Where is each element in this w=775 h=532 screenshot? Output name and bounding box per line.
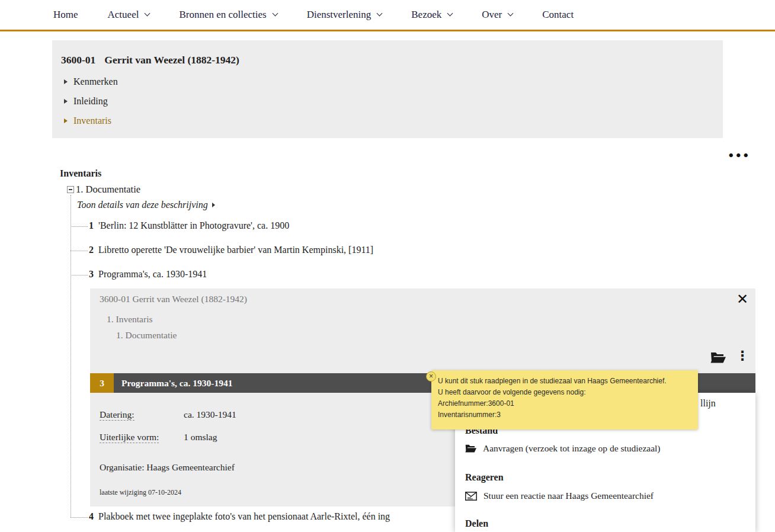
item-number: 4 xyxy=(89,511,94,522)
tree-stub-line xyxy=(71,517,88,518)
tooltip-line: Archiefnummer:3600-01 xyxy=(438,398,691,409)
nav-label: Actueel xyxy=(108,9,139,21)
triangle-right-icon xyxy=(64,99,68,104)
field-label-term[interactable]: Uiterlijke vorm: xyxy=(100,432,159,443)
nav-label: Contact xyxy=(542,9,574,21)
archive-code: 3600-01 xyxy=(61,54,95,66)
menu-item-partial[interactable]: llijn xyxy=(700,398,716,409)
field-label: Uiterlijke vorm: xyxy=(100,432,184,443)
nav-item-home[interactable]: Home xyxy=(53,9,78,21)
section-toggle-kenmerken[interactable]: Kenmerken xyxy=(64,76,118,87)
inventory-item-1[interactable]: 1 'Berlin: 12 Kunstblätter in Photogravu… xyxy=(89,220,289,231)
show-details-label: Toon details van deze beschrijving xyxy=(77,200,208,210)
menu-item-aanvragen[interactable]: Aanvragen (verzoek tot inzage op de stud… xyxy=(465,443,661,454)
item-label: Plakboek met twee ingeplakte foto's van … xyxy=(98,511,390,522)
item-number: 1 xyxy=(89,220,94,231)
tree-vertical-line xyxy=(71,195,71,517)
archive-title: 3600-01Gerrit van Weezel (1882-1942) xyxy=(61,54,239,66)
close-icon[interactable]: ✕ xyxy=(736,291,748,307)
overflow-menu-icon[interactable]: ••• xyxy=(728,149,750,162)
field-datering: Datering: ca. 1930-1941 xyxy=(100,409,236,420)
chevron-down-icon xyxy=(377,11,383,17)
triangle-right-icon xyxy=(64,79,68,84)
nav-label: Dienstverlening xyxy=(307,9,372,21)
archive-name: Gerrit van Weezel (1882-1942) xyxy=(104,54,239,66)
chevron-down-icon xyxy=(508,11,514,17)
breadcrumb-documentatie[interactable]: 1. Documentatie xyxy=(116,330,177,341)
chevron-down-icon xyxy=(145,11,150,17)
field-value: ca. 1930-1941 xyxy=(184,409,236,420)
menu-section-delen: Delen xyxy=(465,518,488,529)
nav-label: Home xyxy=(53,9,78,21)
last-modified: laatste wijziging 07-10-2024 xyxy=(100,488,181,497)
tooltip-line: U heeft daarvoor de volgende gegevens no… xyxy=(438,387,691,398)
nav-item-over[interactable]: Over xyxy=(482,9,513,21)
inventory-item-3[interactable]: 3 Programma's, ca. 1930-1941 xyxy=(89,269,207,280)
collapse-node-icon[interactable] xyxy=(67,186,74,193)
minus-glyph xyxy=(69,189,72,190)
tree-stub-line xyxy=(71,226,88,227)
menu-item-label: Aanvragen (verzoek tot inzage op de stud… xyxy=(483,443,661,454)
nav-label: Bronnen en collecties xyxy=(179,9,266,21)
chevron-down-icon xyxy=(447,11,453,17)
nav-item-actueel[interactable]: Actueel xyxy=(108,9,150,21)
show-details-link[interactable]: Toon details van deze beschrijving xyxy=(77,200,215,210)
field-label-term[interactable]: Datering: xyxy=(100,409,134,421)
tooltip-line: U kunt dit stuk raadplegen in de studiez… xyxy=(438,376,691,387)
menu-section-reageren: Reageren xyxy=(465,472,504,483)
item-number: 2 xyxy=(89,245,94,255)
tooltip-line: Inventarisnummer:3 xyxy=(438,409,691,421)
kebab-menu-icon[interactable]: ⋮ xyxy=(736,348,749,363)
item-number: 3 xyxy=(89,269,94,280)
main-nav: Home Actueel Bronnen en collecties Diens… xyxy=(0,0,775,31)
section-label: Kenmerken xyxy=(73,76,118,87)
section-label: Inleiding xyxy=(73,96,108,107)
studiezaal-tooltip: × U kunt dit stuk raadplegen in de studi… xyxy=(431,370,698,430)
tree-stub-line xyxy=(71,275,88,275)
folder-icon xyxy=(465,444,476,453)
folder-icon xyxy=(710,352,726,363)
tree-root-documentatie[interactable]: 1. Documentatie xyxy=(76,184,140,196)
nav-item-dienstverlening[interactable]: Dienstverlening xyxy=(307,9,382,21)
item-label: Programma's, ca. 1930-1941 xyxy=(98,269,207,280)
field-value: 1 omslag xyxy=(184,432,217,443)
item-label: Libretto operette 'De vrouwelijke barbie… xyxy=(98,245,373,255)
nav-label: Bezoek xyxy=(411,9,441,21)
request-folder-icon[interactable] xyxy=(710,352,726,366)
section-label: Inventaris xyxy=(73,116,111,126)
archive-header-panel: 3600-01Gerrit van Weezel (1882-1942) Ken… xyxy=(52,40,723,138)
breadcrumb-inventaris[interactable]: 1. Inventaris xyxy=(107,314,152,325)
item-label: 'Berlin: 12 Kunstblätter in Photogravure… xyxy=(98,220,289,231)
chevron-down-icon xyxy=(272,11,278,17)
nav-item-bezoek[interactable]: Bezoek xyxy=(411,9,452,21)
section-toggle-inventaris[interactable]: Inventaris xyxy=(64,116,111,126)
nav-item-bronnen-en-collecties[interactable]: Bronnen en collecties xyxy=(179,9,277,21)
nav-label: Over xyxy=(482,9,502,21)
item-number-badge: 3 xyxy=(90,373,114,393)
organisation-line: Organisatie: Haags Gemeentearchief xyxy=(100,462,235,473)
nav-item-contact[interactable]: Contact xyxy=(542,9,574,21)
close-icon[interactable]: × xyxy=(426,371,436,382)
field-label: Datering: xyxy=(100,409,184,420)
menu-item-label: Stuur een reactie naar Haags Gemeentearc… xyxy=(483,491,654,501)
triangle-right-icon xyxy=(64,118,68,123)
triangle-right-icon xyxy=(212,203,215,207)
field-uiterlijke-vorm: Uiterlijke vorm: 1 omslag xyxy=(100,432,217,443)
breadcrumb-archive[interactable]: 3600-01 Gerrit van Weezel (1882-1942) xyxy=(100,294,247,305)
menu-item-stuur-reactie[interactable]: Stuur een reactie naar Haags Gemeentearc… xyxy=(465,491,654,501)
section-toggle-inleiding[interactable]: Inleiding xyxy=(64,96,108,107)
item-title: Programma's, ca. 1930-1941 xyxy=(121,373,232,393)
inventory-heading: Inventaris xyxy=(60,168,101,179)
inventory-item-2[interactable]: 2 Libretto operette 'De vrouwelijke barb… xyxy=(89,245,373,255)
inventory-item-4[interactable]: 4 Plakboek met twee ingeplakte foto's va… xyxy=(89,511,390,522)
tree-stub-line xyxy=(71,251,88,251)
mail-icon xyxy=(465,492,477,501)
